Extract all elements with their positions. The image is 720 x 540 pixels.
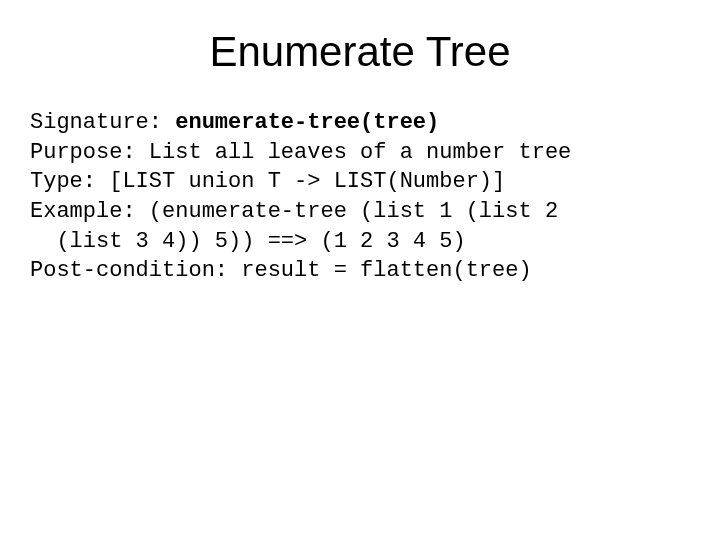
slide: Enumerate Tree Signature: enumerate-tree… — [0, 0, 720, 540]
slide-body: Signature: enumerate-tree(tree) Purpose:… — [30, 108, 690, 286]
purpose-line: Purpose: List all leaves of a number tre… — [30, 140, 571, 165]
signature-label: Signature: — [30, 110, 175, 135]
signature-value: enumerate-tree(tree) — [175, 110, 439, 135]
type-line: Type: [LIST union T -> LIST(Number)] — [30, 169, 505, 194]
postcondition-line: Post-condition: result = flatten(tree) — [30, 258, 532, 283]
slide-title: Enumerate Tree — [30, 28, 690, 76]
example-line: Example: (enumerate-tree (list 1 (list 2… — [30, 199, 558, 254]
